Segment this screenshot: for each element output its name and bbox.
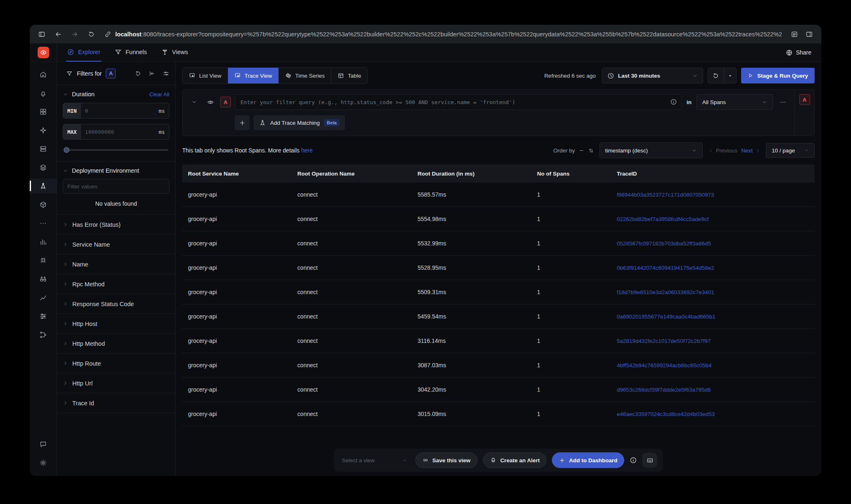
span-scope-select[interactable]: All Spans xyxy=(696,94,773,110)
trace-id-link[interactable]: f98944b03a3523727c171d0807050973 xyxy=(617,192,714,198)
more-details-link[interactable]: here xyxy=(301,147,313,154)
save-view-button[interactable]: Save this view xyxy=(415,452,478,468)
previous-page-button[interactable]: Previous xyxy=(708,147,738,154)
table-row[interactable]: grocery-apiconnect5509.31ms1f18d7b9e6510… xyxy=(182,280,815,304)
trace-id-link[interactable]: 02262bd82bef7a3958fcdf4cc5ade9cf xyxy=(617,216,708,222)
order-by-select[interactable]: timestamp (desc) xyxy=(599,143,703,158)
duration-title[interactable]: Duration xyxy=(72,91,146,97)
table-row[interactable]: grocery-apiconnect3042.20ms1d9653c268dcf… xyxy=(182,378,815,402)
sidebar-item-rows[interactable] xyxy=(30,309,57,323)
trace-id-link[interactable]: e46aec33597024c3cd8ce42d4b03ed53 xyxy=(617,411,715,417)
sidebar-item-chat[interactable] xyxy=(30,437,57,452)
view-tab-time-series[interactable]: Time Series xyxy=(279,68,332,83)
sidebar-item-gear[interactable] xyxy=(30,455,57,470)
filters-settings-icon[interactable] xyxy=(163,70,169,77)
select-view-dropdown[interactable]: Select a view xyxy=(340,457,410,464)
chevron-down-icon[interactable] xyxy=(63,92,68,97)
slider-knob[interactable] xyxy=(64,147,69,153)
table-row[interactable]: grocery-apiconnect5585.57ms1f98944b03a35… xyxy=(182,183,815,207)
url-bar[interactable]: localhost:8080/traces-explorer?composite… xyxy=(104,31,782,38)
next-page-button[interactable]: Next xyxy=(741,147,761,154)
view-tab-list-view[interactable]: List View xyxy=(183,68,228,83)
filter-values-input[interactable] xyxy=(67,183,165,190)
sidebar-item-grid[interactable] xyxy=(30,104,57,119)
sidebar-item-layers[interactable] xyxy=(30,160,57,175)
filter-section-http-host[interactable]: Http Host xyxy=(57,314,175,334)
filters-collapse-icon[interactable] xyxy=(149,70,155,77)
sidebar-item-home[interactable] xyxy=(30,67,57,82)
forward-icon[interactable] xyxy=(71,31,78,38)
query-a-chip[interactable]: A xyxy=(106,69,116,78)
clear-all-link[interactable]: Clear All xyxy=(150,91,169,97)
page-size-select[interactable]: 10 / page xyxy=(766,143,815,158)
table-row[interactable]: grocery-apiconnect5459.54ms10a6902019556… xyxy=(182,304,815,329)
trace-id-link[interactable]: 0528567fc097182b703dba52ff3a86d5 xyxy=(617,240,711,247)
table-row[interactable]: grocery-apiconnect3087.03ms14bff542b94c7… xyxy=(182,353,815,378)
toggle-query-visibility-button[interactable] xyxy=(204,96,216,108)
query-name-badge-right[interactable]: A xyxy=(799,94,810,105)
sidebar-item-compass[interactable] xyxy=(30,178,57,193)
app-logo[interactable] xyxy=(38,47,49,58)
reader-mode-icon[interactable] xyxy=(791,31,798,38)
add-trace-matching-button[interactable]: Add Trace Matching Beta xyxy=(254,115,345,130)
trace-id-link[interactable]: f18d7b9e6510e3d2a06033692c7e3401 xyxy=(617,289,714,295)
nav-tab-funnels[interactable]: Funnels xyxy=(114,43,148,62)
query-more-options-button[interactable] xyxy=(777,96,789,108)
nav-tab-views[interactable]: Views xyxy=(160,43,189,62)
table-row[interactable]: grocery-apiconnect5528.95ms10b63f9144207… xyxy=(182,256,815,280)
table-row[interactable]: grocery-apiconnect3116.14ms15a2819d432fe… xyxy=(182,329,815,353)
back-icon[interactable] xyxy=(55,31,62,38)
sidebar-item-flow[interactable] xyxy=(30,327,57,342)
refresh-caret-button[interactable] xyxy=(724,68,736,83)
create-alert-button[interactable]: Create an Alert xyxy=(483,452,547,468)
filter-section-name[interactable]: Name xyxy=(57,254,175,274)
sidebar-item-server[interactable] xyxy=(30,141,57,156)
info-icon[interactable] xyxy=(630,456,637,464)
trace-id-link[interactable]: d9653c268dcf39f7ddde2e5f63a795d8 xyxy=(617,387,711,393)
filter-section-has-error-status-[interactable]: Has Error (Status) xyxy=(57,215,175,235)
sidebar-item-bug[interactable] xyxy=(30,253,57,268)
add-query-button[interactable] xyxy=(235,115,250,130)
duration-min-field[interactable]: MIN ms xyxy=(63,103,169,119)
sidebar-item-binoculars[interactable] xyxy=(30,271,57,286)
trace-id-link[interactable]: 0a690201955677e149caa0c4bad665b1 xyxy=(617,314,716,320)
filter-section-trace-id[interactable]: Trace Id xyxy=(57,393,175,413)
view-tab-trace-view[interactable]: Trace View xyxy=(228,68,279,83)
sort-icon[interactable] xyxy=(588,147,594,154)
trace-id-link[interactable]: 0b63f91442074c6094194175e54d58e2 xyxy=(617,265,714,271)
sidebar-item-hexagon[interactable] xyxy=(30,197,57,212)
share-button[interactable]: Share xyxy=(786,43,821,62)
filter-values-field[interactable] xyxy=(63,179,169,194)
trace-id-link[interactable]: 4bff542b94c76599294acb6bc65c05b4 xyxy=(617,362,711,368)
refresh-button[interactable] xyxy=(708,68,724,83)
shortcuts-button[interactable] xyxy=(642,453,657,468)
filter-section-http-route[interactable]: Http Route xyxy=(57,354,175,373)
filter-query-input[interactable] xyxy=(235,94,682,110)
deployment-env-title[interactable]: Deployment Environment xyxy=(72,167,169,174)
reload-icon[interactable] xyxy=(88,31,95,38)
filters-sync-icon[interactable] xyxy=(135,70,141,77)
browser-panel-icon[interactable] xyxy=(806,31,813,38)
chevron-down-icon[interactable] xyxy=(63,168,68,174)
time-range-select[interactable]: Last 30 minutes xyxy=(602,68,703,83)
stage-run-query-button[interactable]: Stage & Run Query xyxy=(741,68,815,83)
duration-max-field[interactable]: MAX ms xyxy=(63,124,169,140)
sidebar-item-dots[interactable] xyxy=(30,216,57,231)
filter-section-response-status-code[interactable]: Response Status Code xyxy=(57,294,175,314)
sidebar-item-linechart[interactable] xyxy=(30,290,57,305)
duration-slider[interactable] xyxy=(64,147,169,153)
filter-section-service-name[interactable]: Service Name xyxy=(57,235,175,254)
add-to-dashboard-button[interactable]: Add to Dashboard xyxy=(552,452,624,468)
sidebar-item-barchart[interactable] xyxy=(30,234,57,249)
sidebar-item-spark[interactable] xyxy=(30,123,57,138)
table-row[interactable]: grocery-apiconnect5554.98ms102262bd82bef… xyxy=(182,207,815,231)
table-row[interactable]: grocery-apiconnect5532.99ms10528567fc097… xyxy=(182,231,815,256)
sidebar-item-bell[interactable] xyxy=(30,86,57,100)
max-input[interactable] xyxy=(81,124,155,139)
info-icon[interactable] xyxy=(670,98,677,105)
trace-id-link[interactable]: 5a2819d432fe2c1017de50f72c2b7f97 xyxy=(617,338,711,344)
browser-sidebar-toggle-icon[interactable] xyxy=(38,31,45,38)
url-text[interactable]: localhost:8080/traces-explorer?composite… xyxy=(115,31,782,38)
view-tab-table[interactable]: Table xyxy=(331,68,367,83)
filter-section-http-method[interactable]: Http Method xyxy=(57,334,175,354)
